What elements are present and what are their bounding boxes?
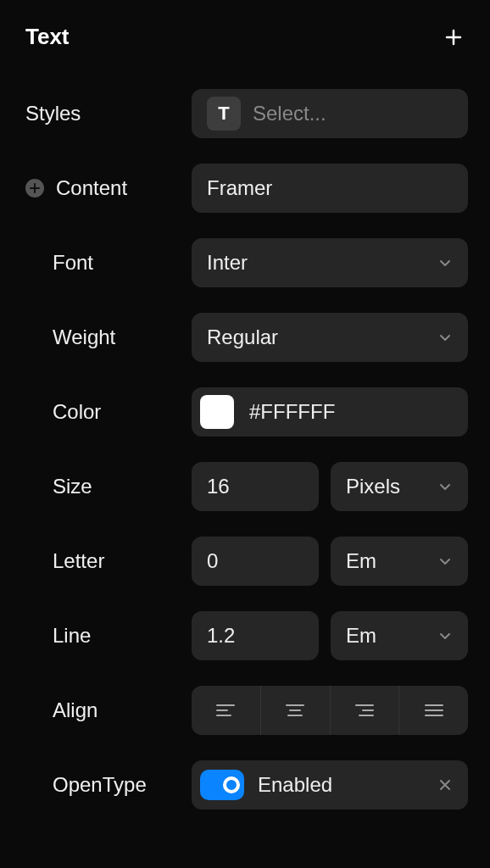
line-value: 1.2 (207, 624, 235, 648)
content-label: Content (56, 176, 127, 200)
font-value: Inter (207, 251, 248, 275)
color-hex: #FFFFFF (249, 400, 335, 424)
opentype-field[interactable]: Enabled (192, 760, 468, 810)
chevron-down-icon (437, 330, 453, 345)
row-align: Align (22, 686, 468, 735)
align-right-button[interactable] (330, 686, 399, 735)
chevron-down-icon (437, 554, 453, 569)
panel-header: Text (22, 24, 468, 67)
close-icon[interactable] (437, 777, 453, 793)
font-select[interactable]: Inter (192, 238, 468, 287)
row-weight: Weight Regular (22, 313, 468, 362)
content-input[interactable]: Framer (192, 164, 468, 213)
panel-title: Text (25, 24, 70, 50)
line-label: Line (53, 624, 91, 648)
size-input[interactable]: 16 (192, 462, 319, 511)
styles-label: Styles (25, 102, 81, 125)
add-icon[interactable] (443, 26, 465, 48)
line-input[interactable]: 1.2 (192, 611, 319, 660)
letter-input[interactable]: 0 (192, 537, 319, 586)
align-center-button[interactable] (260, 686, 330, 735)
chevron-down-icon (437, 255, 453, 270)
letter-value: 0 (207, 549, 218, 573)
color-swatch[interactable] (200, 395, 234, 429)
align-segmented (192, 686, 468, 735)
row-content: Content Framer (22, 164, 468, 213)
text-style-icon: T (207, 97, 241, 131)
letter-label: Letter (53, 549, 104, 573)
align-left-button[interactable] (192, 686, 260, 735)
weight-value: Regular (207, 326, 278, 349)
letter-unit-select[interactable]: Em (331, 537, 468, 586)
chevron-down-icon (437, 628, 453, 643)
row-opentype: OpenType Enabled (22, 760, 468, 810)
size-unit-select[interactable]: Pixels (331, 462, 468, 511)
line-unit-select[interactable]: Em (331, 611, 468, 660)
color-input[interactable]: #FFFFFF (192, 387, 468, 437)
letter-unit: Em (346, 549, 376, 573)
opentype-state: Enabled (258, 773, 332, 797)
chevron-down-icon (437, 479, 453, 494)
row-font: Font Inter (22, 238, 468, 287)
weight-select[interactable]: Regular (192, 313, 468, 362)
weight-label: Weight (53, 326, 115, 349)
content-value: Framer (207, 176, 272, 200)
size-unit: Pixels (346, 475, 400, 498)
line-unit: Em (346, 624, 376, 648)
toggle-knob-icon (223, 776, 240, 793)
opentype-label: OpenType (53, 773, 147, 797)
align-justify-button[interactable] (398, 686, 468, 735)
text-panel: Text Styles T Select... Content Framer (0, 0, 490, 868)
size-label: Size (53, 475, 92, 498)
styles-placeholder: Select... (253, 102, 326, 125)
align-label: Align (53, 698, 97, 722)
add-variable-icon[interactable] (25, 179, 44, 198)
row-color: Color #FFFFFF (22, 387, 468, 437)
opentype-toggle[interactable] (200, 770, 244, 800)
color-label: Color (53, 400, 101, 424)
row-styles: Styles T Select... (22, 89, 468, 138)
styles-select[interactable]: T Select... (192, 89, 468, 138)
font-label: Font (53, 251, 93, 275)
row-line: Line 1.2 Em (22, 611, 468, 660)
row-letter: Letter 0 Em (22, 537, 468, 586)
row-size: Size 16 Pixels (22, 462, 468, 511)
size-value: 16 (207, 475, 230, 498)
